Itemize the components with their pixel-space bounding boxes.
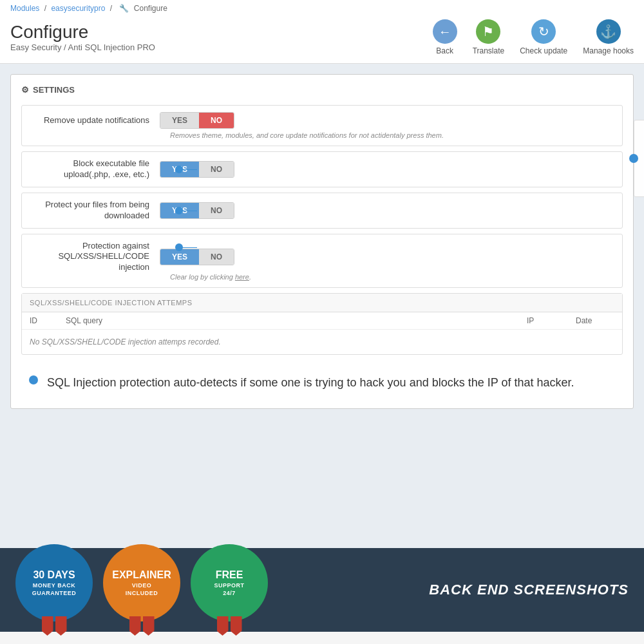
header-row: Configure Easy Security / Anti SQL Injec… (10, 14, 634, 63)
note-update: Removes theme, modules, and core update … (160, 131, 444, 139)
toggle-yes-sql[interactable]: YES (160, 249, 199, 265)
ribbon-piece (231, 616, 242, 636)
setting-row-sql-protection: Protection against SQL/XSS/SHELL/CODE in… (21, 234, 623, 289)
back-button[interactable]: ← Back (433, 19, 457, 55)
ribbon-2 (129, 616, 155, 636)
ribbon-3 (217, 616, 242, 636)
page-subtitle: Easy Security / Anti SQL Injection PRO (10, 43, 155, 52)
translate-button[interactable]: ⚑ Translate (473, 19, 505, 55)
back-icon: ← (433, 19, 457, 44)
setting-row-protect-download: Protect your files from being downloaded… (21, 193, 623, 229)
translate-label: Translate (473, 46, 505, 55)
check-update-button[interactable]: ↻ Check update (520, 19, 567, 55)
badge-wrapper-3: FREE SUPPORT 24/7 (191, 544, 268, 636)
badge-group: 30 DAYS MONEY BACK GUARANTEED EXPLAINER … (15, 544, 322, 636)
toggle-block-upload: YES NO (160, 161, 234, 178)
label-sql-protection: Protection against SQL/XSS/SHELL/CODE in… (31, 241, 160, 274)
toggle-protect-download: YES NO (160, 202, 234, 219)
toggle-no-protect[interactable]: NO (199, 203, 234, 218)
note-sql: Clear log by clicking here. (160, 273, 251, 281)
sql-callout: SQL Injection protection auto-detects if… (34, 368, 623, 398)
sql-attempts-table: SQL/XSS/SHELL/CODE INJECTION ATTEMPS ID … (21, 293, 623, 355)
sql-table-header: ID SQL query IP Date (22, 312, 622, 330)
bottom-bar: 30 DAYS MONEY BACK GUARANTEED EXPLAINER … (0, 548, 644, 632)
badge-wrapper-1: 30 DAYS MONEY BACK GUARANTEED (15, 544, 93, 636)
callout-upload: Make sure nobody can upload malicious fi… (634, 120, 644, 197)
translate-icon: ⚑ (476, 19, 500, 44)
label-protect-download: Protect your files from being downloaded (31, 200, 160, 222)
hooks-icon: ⚓ (596, 19, 621, 44)
ribbon-piece (42, 616, 53, 636)
ribbon-piece (143, 616, 155, 636)
row-main-update: Remove update notifications YES NO (31, 112, 613, 129)
settings-gear-icon: ⚙ (21, 85, 29, 95)
manage-hooks-label: Manage hooks (583, 46, 634, 55)
callout-dot (629, 154, 638, 163)
toggle-no-update[interactable]: NO (199, 113, 234, 128)
update-icon: ↻ (531, 19, 556, 44)
settings-panel: ⚙ SETTINGS Remove update notifications Y… (10, 74, 634, 409)
ribbon-piece (55, 616, 67, 636)
breadcrumb-configure: 🔧 Configure (119, 4, 169, 13)
manage-hooks-button[interactable]: ⚓ Manage hooks (583, 19, 634, 55)
breadcrumb-modules[interactable]: Modules (10, 4, 39, 13)
badge-support: FREE SUPPORT 24/7 (191, 544, 268, 621)
header-actions: ← Back ⚑ Translate ↻ Check update ⚓ Mana… (433, 19, 634, 55)
col-query: SQL query (66, 316, 516, 325)
badge-video: EXPLAINER VIDEO INCLUDED (103, 544, 180, 621)
ribbon-1 (42, 616, 67, 636)
sql-empty-message: No SQL/XSS/SHELL/CODE injection attemps … (22, 330, 622, 354)
main-content: ⚙ SETTINGS Remove update notifications Y… (0, 64, 644, 548)
clear-log-link[interactable]: here (235, 273, 249, 281)
label-block-upload: Block executable file upload(.php, .exe,… (31, 158, 160, 180)
toggle-no-sql[interactable]: NO (199, 249, 234, 265)
badge-money-back: 30 DAYS MONEY BACK GUARANTEED (15, 544, 93, 621)
row-main-sql: Protection against SQL/XSS/SHELL/CODE in… (31, 241, 613, 274)
col-id: ID (30, 316, 55, 325)
ribbon-piece (129, 616, 141, 636)
ribbon-piece (217, 616, 229, 636)
setting-row-update-notifications: Remove update notifications YES NO Remov… (21, 105, 623, 146)
back-end-screenshots-text: BACK END SCREENSHOTS (322, 582, 629, 598)
sql-table-title: SQL/XSS/SHELL/CODE INJECTION ATTEMPS (22, 294, 622, 312)
toggle-update-notifications: YES NO (160, 112, 234, 129)
page-title-text: Configure (10, 23, 155, 41)
setting-row-block-upload: Block executable file upload(.php, .exe,… (21, 151, 623, 187)
page-title: Configure Easy Security / Anti SQL Injec… (10, 23, 155, 52)
toggle-sql-protection: YES NO (160, 249, 234, 265)
breadcrumb: Modules / easysecuritypro / 🔧 Configure (10, 0, 634, 14)
toggle-yes-update[interactable]: YES (160, 113, 199, 128)
breadcrumb-easysecuritypro[interactable]: easysecuritypro (51, 4, 105, 13)
top-bar: Modules / easysecuritypro / 🔧 Configure … (0, 0, 644, 64)
col-ip: IP (527, 316, 565, 325)
settings-title: ⚙ SETTINGS (21, 85, 623, 95)
col-date: Date (576, 316, 614, 325)
badge-wrapper-2: EXPLAINER VIDEO INCLUDED (103, 544, 180, 636)
toggle-no-block-upload[interactable]: NO (199, 162, 234, 177)
label-update-notifications: Remove update notifications (31, 115, 160, 126)
check-update-label: Check update (520, 46, 567, 55)
sql-callout-dot (29, 375, 38, 384)
back-label: Back (436, 46, 453, 55)
